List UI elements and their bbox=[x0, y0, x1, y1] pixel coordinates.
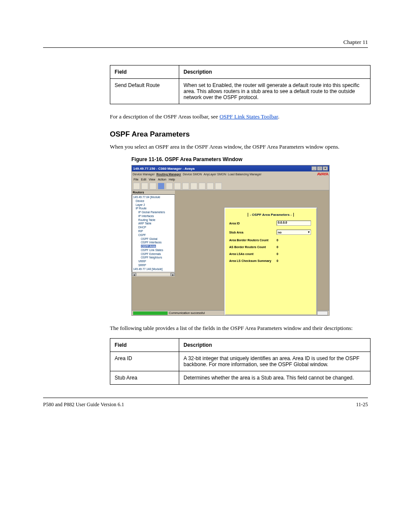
menu-edit[interactable]: Edit bbox=[141, 178, 146, 181]
tree-node-selected[interactable]: OSPF Area bbox=[141, 245, 156, 248]
select-stub-value: no bbox=[278, 231, 282, 234]
toolbar-button[interactable] bbox=[215, 183, 222, 190]
avaya-logo: AVAYA bbox=[317, 172, 328, 176]
scroll-right-icon[interactable]: ▸ bbox=[171, 273, 175, 276]
tree-node[interactable]: Routing Table bbox=[133, 218, 174, 222]
toolbar-button[interactable] bbox=[190, 183, 197, 190]
status-indicator bbox=[133, 311, 168, 315]
tree-header: Routers bbox=[132, 190, 175, 194]
tab-device-manager[interactable]: Device Manager bbox=[133, 173, 155, 176]
footer-right: 11-25 bbox=[356, 401, 368, 408]
panel-title: - OSPF Area Parameters - bbox=[248, 213, 294, 217]
header-rule bbox=[43, 47, 368, 48]
para-link-b: . bbox=[278, 113, 279, 120]
page-header: Chapter 11 bbox=[43, 39, 368, 46]
th-desc: Description bbox=[179, 65, 371, 79]
tree-node[interactable]: 149.49.77.148 [Module] bbox=[133, 268, 174, 271]
th-desc: Description bbox=[179, 338, 371, 352]
ospf-area-parameters-panel: - OSPF Area Parameters - Area ID 0.0.0.0… bbox=[224, 208, 317, 315]
page-footer: P580 and P882 User Guide Version 6.1 11-… bbox=[43, 401, 368, 408]
toolbar-button[interactable] bbox=[141, 183, 148, 190]
toolbar-button[interactable] bbox=[174, 183, 181, 190]
tree-node[interactable]: SRRP bbox=[133, 264, 174, 268]
para-link: For a description of the OSPF Areas tool… bbox=[110, 113, 368, 121]
content-canvas: - OSPF Area Parameters - Area ID 0.0.0.0… bbox=[175, 190, 329, 310]
label-stub-area: Stub Area bbox=[229, 231, 277, 234]
tree-scrollbar[interactable]: ◂ ▸ bbox=[132, 272, 175, 277]
tab-anylayer-smon[interactable]: AnyLayer SMON bbox=[203, 173, 226, 176]
tree-node[interactable]: OSPF Neighbors bbox=[133, 256, 174, 260]
label-lsa-count: Area LSAs count bbox=[229, 252, 277, 255]
tab-routing-manager[interactable]: Routing Manager bbox=[156, 173, 181, 176]
tree-node[interactable]: OSPF Link States bbox=[133, 249, 174, 252]
ospf-link-states-toolbar-link[interactable]: OSPF Link States Toolbar bbox=[219, 113, 278, 120]
status-text: Communication successful bbox=[169, 311, 205, 314]
tree-node[interactable]: IP Route bbox=[133, 207, 174, 211]
menu-file[interactable]: File bbox=[134, 178, 138, 181]
close-button[interactable]: × bbox=[323, 166, 328, 171]
select-stub-area[interactable]: no bbox=[277, 230, 311, 235]
tree-node[interactable]: Layer 2 bbox=[133, 203, 174, 207]
toolbar-button[interactable] bbox=[182, 183, 189, 190]
field-table-2: Field Description Area ID A 32-bit integ… bbox=[110, 338, 371, 385]
value-cksum: 0 bbox=[277, 259, 312, 262]
tree-node[interactable]: IP Interfaces bbox=[133, 215, 174, 218]
tree-node[interactable]: 149.49.77.64 [Module bbox=[133, 196, 174, 199]
figure-caption: Figure 11-16. OSPF Area Parameters Windo… bbox=[131, 156, 368, 162]
menu-action[interactable]: Action bbox=[158, 178, 166, 181]
minimize-button[interactable]: _ bbox=[311, 166, 317, 171]
tree-node[interactable]: OSPF Interfaces bbox=[133, 241, 174, 245]
nav-tree[interactable]: 149.49.77.64 [Module Device Layer 2 IP R… bbox=[132, 194, 175, 272]
para-table-intro: The following table provides a list of t… bbox=[110, 324, 368, 332]
tree-node[interactable]: IP Global Parameters bbox=[133, 211, 174, 215]
tree-node[interactable]: DHCP bbox=[133, 226, 174, 230]
tab-row: Device Manager Routing Manager Device SM… bbox=[132, 171, 329, 177]
tree-node[interactable]: OSPF bbox=[133, 233, 174, 237]
toolbar-button[interactable] bbox=[199, 183, 206, 190]
tree-node[interactable]: RIP bbox=[133, 230, 174, 233]
value-asbr-count: 0 bbox=[277, 246, 312, 249]
scroll-left-icon[interactable]: ◂ bbox=[132, 273, 136, 276]
menu-help[interactable]: Help bbox=[169, 178, 175, 181]
para-intro: When you select an OSPF area in the OSPF… bbox=[110, 143, 368, 151]
app-window: 149.49.77.150 - C360 Manager - Avaya _ □… bbox=[131, 165, 330, 316]
td-field: Send Default Route bbox=[110, 79, 179, 104]
section-heading: OSPF Area Parameters bbox=[110, 130, 368, 139]
td-desc: A 32-bit integer that uniquely identifie… bbox=[179, 352, 371, 371]
td-field: Area ID bbox=[110, 352, 179, 371]
tree-node[interactable]: OSPF Global bbox=[133, 237, 174, 241]
tree-node[interactable]: VRRP bbox=[133, 260, 174, 264]
maximize-button[interactable]: □ bbox=[317, 166, 322, 171]
tree-node[interactable]: Device bbox=[133, 199, 174, 203]
label-area-id: Area ID bbox=[229, 222, 277, 225]
label-cksum: Area LS Checksum Summary bbox=[229, 259, 277, 262]
td-field: Stub Area bbox=[110, 371, 179, 384]
tab-device-smon[interactable]: Device SMON bbox=[183, 173, 202, 176]
toolbar-button[interactable] bbox=[158, 183, 165, 190]
para-link-a: For a description of the OSPF Areas tool… bbox=[110, 113, 219, 120]
tree-node[interactable]: OSPF Externals bbox=[133, 252, 174, 256]
label-asbr-count: AS Border Routers Count bbox=[229, 246, 277, 249]
td-desc: When set to Enabled, the router will gen… bbox=[179, 79, 371, 104]
titlebar: 149.49.77.150 - C360 Manager - Avaya _ □… bbox=[132, 165, 329, 171]
menu-bar: File Edit View Action Help bbox=[132, 177, 329, 182]
footer-left: P580 and P882 User Guide Version 6.1 bbox=[43, 401, 124, 408]
toolbar-button[interactable] bbox=[133, 183, 140, 190]
field-table-1: Field Description Send Default Route Whe… bbox=[110, 65, 371, 104]
footer-rule bbox=[43, 398, 368, 398]
tree-node[interactable]: ARP Table bbox=[133, 222, 174, 226]
status-right-icon bbox=[316, 311, 328, 315]
menu-view[interactable]: View bbox=[149, 178, 155, 181]
toolbar-button[interactable] bbox=[149, 183, 156, 190]
value-abr-count: 0 bbox=[277, 239, 312, 242]
toolbar bbox=[132, 182, 329, 190]
tab-load-balancing[interactable]: Load Balancing Manager bbox=[228, 173, 262, 176]
toolbar-button[interactable] bbox=[166, 183, 173, 190]
value-lsa-count: 0 bbox=[277, 252, 312, 255]
label-abr-count: Area Border Routers Count bbox=[229, 239, 277, 242]
input-area-id[interactable]: 0.0.0.0 bbox=[277, 221, 311, 226]
th-field: Field bbox=[110, 65, 179, 79]
td-desc: Determines whether the area is a Stub ar… bbox=[179, 371, 371, 384]
toolbar-button[interactable] bbox=[207, 183, 214, 190]
th-field: Field bbox=[110, 338, 179, 352]
